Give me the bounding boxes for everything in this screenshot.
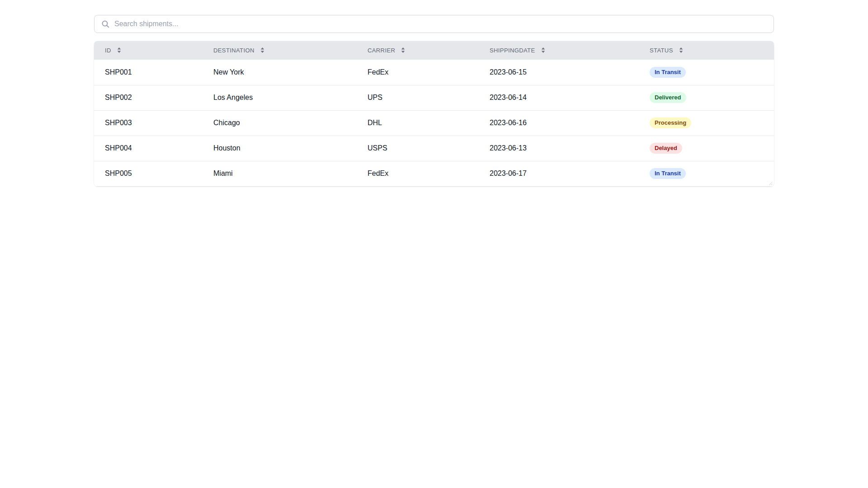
cell-carrier: DHL (357, 110, 479, 136)
table-header-row: ID DESTINATION CARRIER SHIPPINGDATE STAT… (94, 41, 774, 60)
cell-status: Delivered (639, 85, 774, 110)
cell-destination: Miami (203, 161, 357, 186)
resize-handle-icon[interactable] (767, 180, 773, 185)
cell-carrier: USPS (357, 136, 479, 161)
cell-carrier: FedEx (357, 161, 479, 186)
cell-shipping-date: 2023-06-15 (479, 60, 639, 85)
cell-destination: Houston (203, 136, 357, 161)
cell-destination: New York (203, 60, 357, 85)
status-badge: In Transit (650, 168, 686, 179)
status-badge: Processing (650, 117, 691, 128)
sort-icon (117, 47, 121, 53)
shipments-table-card: ID DESTINATION CARRIER SHIPPINGDATE STAT… (94, 41, 774, 187)
cell-shipping-date: 2023-06-17 (479, 161, 639, 186)
column-header-destination[interactable]: DESTINATION (203, 41, 357, 60)
search-input[interactable] (94, 15, 774, 33)
cell-shipping-date: 2023-06-14 (479, 85, 639, 110)
cell-carrier: FedEx (357, 60, 479, 85)
cell-status: In Transit (639, 161, 774, 186)
cell-id: SHP003 (94, 110, 203, 136)
status-badge: Delayed (650, 143, 682, 154)
table-row: SHP004 Houston USPS 2023-06-13 Delayed (94, 136, 774, 161)
cell-shipping-date: 2023-06-16 (479, 110, 639, 136)
sort-icon (260, 47, 264, 53)
cell-id: SHP004 (94, 136, 203, 161)
column-header-carrier[interactable]: CARRIER (357, 41, 479, 60)
shipments-table: ID DESTINATION CARRIER SHIPPINGDATE STAT… (94, 41, 774, 187)
cell-id: SHP005 (94, 161, 203, 186)
cell-id: SHP002 (94, 85, 203, 110)
table-row: SHP005 Miami FedEx 2023-06-17 In Transit (94, 161, 774, 186)
status-badge: Delivered (650, 92, 686, 103)
column-header-label: STATUS (650, 47, 673, 54)
search-icon (101, 19, 110, 28)
cell-carrier: UPS (357, 85, 479, 110)
cell-shipping-date: 2023-06-13 (479, 136, 639, 161)
main-content: ID DESTINATION CARRIER SHIPPINGDATE STAT… (94, 0, 774, 187)
table-row: SHP002 Los Angeles UPS 2023-06-14 Delive… (94, 85, 774, 110)
table-body: SHP001 New York FedEx 2023-06-15 In Tran… (94, 60, 774, 186)
column-header-label: CARRIER (368, 47, 395, 54)
column-header-id[interactable]: ID (94, 41, 203, 60)
sort-icon (401, 47, 405, 53)
sort-icon (679, 47, 683, 53)
status-badge: In Transit (650, 67, 686, 78)
column-header-label: ID (105, 47, 111, 54)
cell-id: SHP001 (94, 60, 203, 85)
cell-destination: Chicago (203, 110, 357, 136)
cell-status: In Transit (639, 60, 774, 85)
search-bar (94, 15, 774, 33)
column-header-status[interactable]: STATUS (639, 41, 774, 60)
table-row: SHP003 Chicago DHL 2023-06-16 Processing (94, 110, 774, 136)
column-header-label: DESTINATION (213, 47, 255, 54)
table-row: SHP001 New York FedEx 2023-06-15 In Tran… (94, 60, 774, 85)
column-header-shippingDate[interactable]: SHIPPINGDATE (479, 41, 639, 60)
cell-destination: Los Angeles (203, 85, 357, 110)
cell-status: Processing (639, 110, 774, 136)
column-header-label: SHIPPINGDATE (490, 47, 535, 54)
sort-icon (541, 47, 545, 53)
cell-status: Delayed (639, 136, 774, 161)
